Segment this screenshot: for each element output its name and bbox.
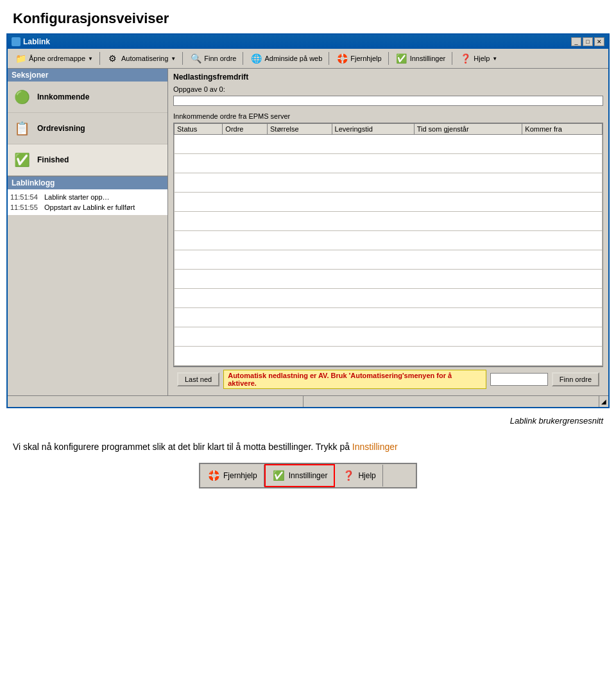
ordrevisning-label: Ordrevisning: [37, 124, 85, 133]
empty-row8: [175, 270, 603, 289]
toolbar-separator6: [452, 52, 452, 65]
window-title: Lablink: [23, 37, 50, 46]
innstillinger-link[interactable]: Innstillinger: [352, 442, 398, 452]
sidebar-item-innkommende[interactable]: 🟢 Innkommende: [8, 82, 167, 113]
instruction-text: Vi skal nå konfigurere programmet slik a…: [0, 433, 616, 463]
col-storrelse: Størrelse: [267, 124, 332, 135]
empty-row6: [175, 231, 603, 250]
log-msg-1: Lablink starter opp…: [44, 193, 110, 201]
empty-row9: [175, 289, 603, 308]
empty-row: [175, 135, 603, 154]
finished-icon: ✅: [12, 150, 32, 170]
toolbar-separator5: [388, 52, 389, 65]
settings-button[interactable]: ✅ Innstillinger: [391, 51, 450, 66]
sidebar-item-finished[interactable]: ✅ Finished: [8, 144, 167, 176]
log-time-1: 11:51:54: [10, 193, 39, 201]
task-info: Oppgave 0 av 0:: [173, 85, 603, 93]
close-button[interactable]: ✕: [594, 37, 604, 46]
right-panel: Nedlastingsfremdrift Oppgave 0 av 0: Inn…: [168, 69, 608, 395]
innkommende-icon: 🟢: [12, 87, 32, 107]
orders-table-container: Status Ordre Størrelse Leveringstid Tid …: [173, 123, 603, 367]
page-title: Konfigurasjonsveiviser: [0, 0, 616, 33]
bs-fjernhjelp-icon: 🛟: [207, 469, 221, 483]
status-segment-right: [304, 396, 599, 407]
automation-button[interactable]: ⚙ Automatisering ▼: [103, 51, 180, 66]
log-panel: Lablinklogg 11:51:54 Lablink starter opp…: [8, 176, 167, 215]
status-bar: ◢: [8, 395, 608, 407]
ordrevisning-icon: 📋: [12, 118, 32, 139]
finished-label: Finished: [37, 155, 69, 164]
find-order-button[interactable]: 🔍 Finn ordre: [185, 51, 240, 66]
automation-icon: ⚙: [107, 52, 119, 65]
load-button[interactable]: Last ned: [177, 372, 219, 386]
settings-icon: ✅: [395, 52, 408, 65]
minimize-button[interactable]: _: [571, 37, 581, 46]
empty-row4: [175, 193, 603, 212]
toolbar-separator4: [329, 52, 329, 65]
sidebar-item-ordrevisning[interactable]: 📋 Ordrevisning: [8, 113, 167, 144]
col-status: Status: [175, 124, 223, 135]
col-kommer-fra: Kommer fra: [522, 124, 603, 135]
bs-innstillinger-button[interactable]: ✅ Innstillinger: [264, 464, 336, 487]
col-tid-gjenstar: Tid som gjenstår: [414, 124, 522, 135]
log-time-2: 11:51:55: [10, 203, 39, 211]
app-window: Lablink _ □ ✕ 📁 Åpne ordremappe ▼ ⚙ Auto…: [6, 33, 610, 408]
help-button[interactable]: ❓ Hjelp ▼: [455, 51, 501, 66]
remote-help-button[interactable]: 🛟 Fjernhjelp: [332, 51, 385, 66]
title-bar: Lablink _ □ ✕: [8, 35, 608, 49]
log-entries: 11:51:54 Lablink starter opp… 11:51:55 O…: [8, 189, 167, 215]
title-bar-controls: _ □ ✕: [571, 37, 604, 46]
status-segment-left: [8, 396, 304, 407]
download-section-title: Nedlastingsfremdrift: [173, 73, 603, 82]
help-icon: ❓: [459, 52, 472, 65]
remote-help-icon: 🛟: [336, 52, 348, 65]
log-header: Lablinklogg: [8, 177, 167, 189]
instruction-before: Vi skal nå konfigurere programmet slik a…: [13, 442, 352, 452]
log-msg-2: Oppstart av Lablink er fullført: [44, 203, 135, 211]
search-input[interactable]: [490, 373, 548, 386]
dropdown-arrow-icon3: ▼: [492, 56, 497, 62]
table-header-row: Status Ordre Størrelse Leveringstid Tid …: [175, 124, 603, 135]
col-leveringstid: Leveringstid: [332, 124, 414, 135]
log-entry-1: 11:51:54 Lablink starter opp…: [10, 192, 165, 202]
table-header: Status Ordre Størrelse Leveringstid Tid …: [175, 124, 603, 135]
toolbar-separator2: [182, 52, 183, 65]
web-icon: 🌐: [250, 52, 262, 65]
empty-row5: [175, 212, 603, 231]
folder-icon: 📁: [14, 52, 27, 65]
caption-text: Lablink brukergrensesnitt: [0, 408, 616, 433]
main-content: Seksjoner 🟢 Innkommende 📋 Ordrevisning ✅…: [8, 69, 608, 395]
incoming-label: Innkommende ordre fra EPMS server: [173, 112, 603, 120]
admin-web-button[interactable]: 🌐 Adminside på web: [246, 51, 326, 66]
sections-header: Seksjoner: [8, 69, 167, 82]
bs-fjernhjelp-button[interactable]: 🛟 Fjernhjelp: [200, 465, 264, 487]
search-icon: 🔍: [189, 52, 202, 65]
bs-hjelp-button[interactable]: ❓ Hjelp: [335, 465, 382, 487]
empty-row11: [175, 327, 603, 347]
bs-hjelp-icon: ❓: [341, 469, 355, 483]
bottom-toolbar-screenshot: 🛟 Fjernhjelp ✅ Innstillinger ❓ Hjelp: [199, 463, 417, 488]
app-icon: [12, 37, 21, 46]
empty-row2: [175, 154, 603, 173]
toolbar: 📁 Åpne ordremappe ▼ ⚙ Automatisering ▼ 🔍…: [8, 49, 608, 69]
col-ordre: Ordre: [223, 124, 268, 135]
title-bar-left: Lablink: [12, 37, 50, 46]
toolbar-separator3: [243, 52, 243, 65]
log-entry-2: 11:51:55 Oppstart av Lablink er fullført: [10, 202, 165, 212]
innkommende-label: Innkommende: [37, 92, 89, 101]
resize-handle[interactable]: ◢: [599, 396, 608, 407]
find-order-button-bottom[interactable]: Finn ordre: [552, 372, 599, 386]
bottom-action-bar: Last ned Automatisk nedlastning er AV. B…: [173, 367, 603, 392]
open-folder-button[interactable]: 📁 Åpne ordremappe ▼: [10, 51, 97, 66]
dropdown-arrow-icon: ▼: [88, 56, 93, 62]
bottom-screenshot-wrapper: 🛟 Fjernhjelp ✅ Innstillinger ❓ Hjelp: [0, 463, 616, 501]
toolbar-separator: [99, 52, 100, 65]
dropdown-arrow-icon2: ▼: [171, 56, 176, 62]
empty-row10: [175, 308, 603, 327]
empty-row3: [175, 173, 603, 193]
table-body: [175, 135, 603, 366]
maximize-button[interactable]: □: [583, 37, 593, 46]
empty-row12: [175, 347, 603, 366]
bs-innstillinger-icon: ✅: [272, 469, 286, 483]
left-panel: Seksjoner 🟢 Innkommende 📋 Ordrevisning ✅…: [8, 69, 168, 395]
